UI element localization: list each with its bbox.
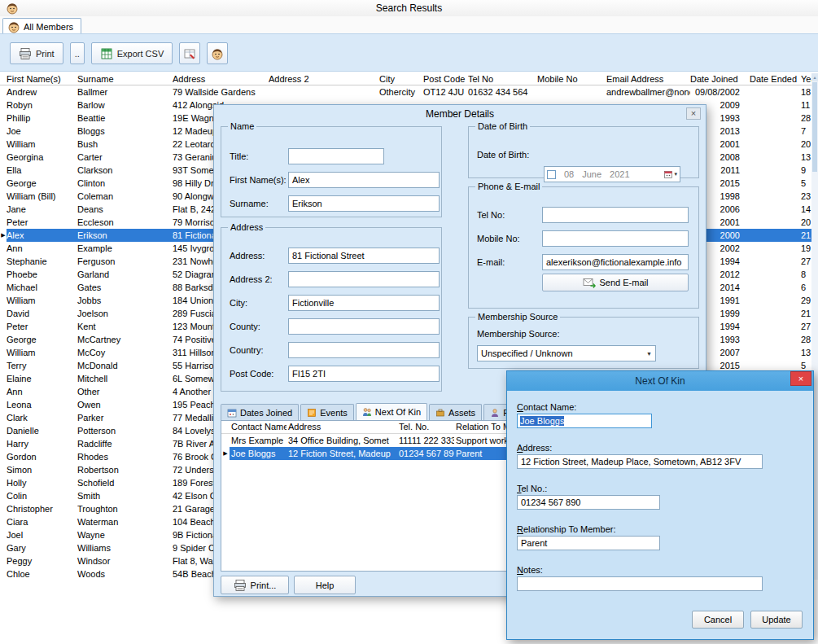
csv-icon — [100, 47, 113, 60]
column-header-tel[interactable]: Tel. No. — [397, 421, 454, 433]
members-icon — [7, 20, 20, 33]
country-input[interactable] — [288, 342, 440, 358]
scroll-up-icon[interactable]: ▲ — [811, 73, 818, 81]
relationship-input[interactable] — [517, 536, 660, 550]
date-of-birth-picker[interactable]: 08 June 2021 ▾ — [544, 166, 680, 182]
cell-first: Holly — [7, 476, 77, 489]
close-icon[interactable]: × — [790, 371, 811, 386]
cell-de — [750, 177, 798, 190]
help-button[interactable]: Help — [294, 576, 356, 594]
tel-input[interactable] — [542, 207, 689, 223]
postcode-input[interactable] — [288, 366, 440, 382]
county-input[interactable] — [288, 318, 440, 335]
column-header-tel[interactable]: Tel No — [468, 73, 537, 85]
column-header-mob[interactable]: Mobile No — [537, 73, 606, 85]
cell-addr: 12 Fiction Street, Madeup — [287, 447, 397, 460]
address2-input[interactable] — [288, 271, 440, 287]
cell-first: Andrew — [7, 85, 77, 99]
row-selector — [0, 398, 7, 411]
column-header-de[interactable]: Date Ended — [750, 73, 798, 85]
cell-first: Danielle — [7, 424, 77, 437]
member-row[interactable]: AndrewBallmer79 Wallside GardensOthercit… — [0, 85, 818, 99]
cell-de — [750, 242, 798, 255]
cell-first: Gary — [7, 541, 77, 554]
mobile-input[interactable] — [542, 230, 689, 247]
dialog-title: Member Details — [214, 105, 706, 123]
print-details-button[interactable]: Print... — [221, 576, 289, 594]
close-icon[interactable]: × — [686, 107, 701, 120]
row-selector — [0, 489, 7, 502]
next-of-kin-titlebar[interactable]: Next Of Kin × — [507, 371, 813, 391]
kin-tel-input[interactable] — [517, 495, 660, 510]
export-csv-button[interactable]: Export CSV — [91, 42, 173, 64]
name-group: Name Title: First Name(s): Surname: — [221, 126, 442, 217]
cell-sur: Beattie — [77, 112, 173, 125]
cell-sur: Example — [77, 242, 173, 255]
cell-de — [750, 203, 798, 216]
table-export-button[interactable] — [179, 42, 200, 64]
column-header-dj[interactable]: Date Joined — [690, 73, 750, 85]
member-icon — [211, 47, 224, 60]
first-names-label: First Name(s): — [230, 172, 287, 188]
title-input[interactable] — [288, 148, 384, 164]
update-button[interactable]: Update — [750, 611, 803, 629]
tab-label: Next Of Kin — [375, 407, 421, 417]
cell-de — [750, 190, 798, 203]
contact-name-input[interactable]: Joe Bloggs — [517, 414, 652, 428]
column-header-email[interactable]: Email Address — [606, 73, 690, 85]
print-button[interactable]: Print — [10, 42, 63, 64]
column-header-city[interactable]: City — [379, 73, 423, 85]
cell-first: Joel — [7, 528, 77, 541]
email-label: E-mail: — [477, 254, 505, 270]
column-header-sur[interactable]: Surname — [77, 73, 173, 85]
phone-group-label: Phone & E-mail — [475, 182, 542, 191]
cell-first: Elaine — [7, 372, 77, 385]
row-selector — [0, 476, 7, 489]
surname-label: Surname: — [230, 195, 269, 212]
scrollbar-thumb[interactable] — [812, 82, 817, 172]
cell-de — [750, 216, 798, 229]
city-input[interactable] — [288, 295, 440, 311]
column-header-addr[interactable]: Address — [173, 73, 269, 85]
kin-address-label: Address: — [517, 443, 552, 453]
cell-tel: 01632 434 564 — [468, 85, 537, 99]
column-header-name[interactable]: Contact Name — [230, 421, 287, 433]
membership-source-select[interactable]: Unspecified / Unknown ▼ — [477, 345, 656, 361]
cell-sur: Robertson — [77, 463, 173, 476]
notes-input[interactable] — [517, 576, 763, 591]
membership-source-label: Membership Source: — [477, 329, 560, 339]
member-details-titlebar[interactable]: Member Details × — [214, 105, 706, 123]
surname-input[interactable] — [288, 195, 440, 212]
first-names-input[interactable] — [288, 172, 440, 188]
more-options-button[interactable]: .. — [70, 42, 85, 64]
calendar-dropdown-button[interactable]: ▾ — [663, 169, 677, 179]
cell-first: William (Bill) — [7, 190, 77, 203]
member-view-button[interactable] — [207, 42, 228, 64]
row-selector — [0, 515, 7, 528]
cell-sur: Eccleson — [77, 216, 173, 229]
column-header-addr2[interactable]: Address 2 — [269, 73, 379, 85]
city-label: City: — [230, 295, 247, 311]
row-selector — [0, 99, 7, 112]
column-header-addr[interactable]: Address — [287, 421, 397, 433]
tab-dates-joined[interactable]: Dates Joined — [221, 404, 299, 420]
cell-first: Alex — [7, 229, 77, 242]
tab-events[interactable]: Events — [300, 404, 354, 420]
tab-next-of-kin[interactable]: Next Of Kin — [356, 403, 427, 420]
email-input[interactable] — [542, 254, 689, 270]
search-results-window: { "colors": { "selection-blue": "#2e7cd6… — [0, 0, 818, 644]
tab-all-members[interactable]: All Members — [2, 18, 81, 34]
cell-sur: Other — [77, 385, 173, 398]
dob-checkbox[interactable] — [547, 170, 556, 179]
send-email-button[interactable]: Send E-mail — [542, 274, 689, 291]
cell-first: Clark — [7, 411, 77, 424]
tab-assets[interactable]: Assets — [429, 404, 482, 420]
kin-address-input[interactable] — [517, 454, 763, 469]
column-header-pc[interactable]: Post Code — [423, 73, 468, 85]
row-selector — [0, 307, 7, 320]
cancel-button[interactable]: Cancel — [692, 611, 744, 629]
row-selector — [0, 372, 7, 385]
address-input[interactable] — [288, 248, 440, 264]
column-header-first[interactable]: First Name(s) — [7, 73, 77, 85]
window-titlebar[interactable]: Search Results — [0, 0, 818, 16]
